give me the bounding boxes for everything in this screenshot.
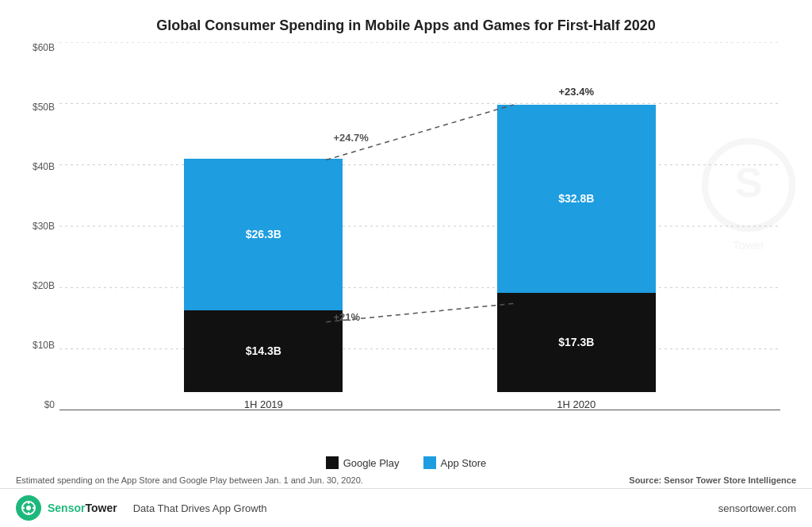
legend-googleplay-label: Google Play	[343, 457, 400, 469]
bar-2019-label: 1H 2019	[244, 398, 283, 410]
legend-appstore: App Store	[423, 456, 487, 469]
bar-2019-appstore-value: $26.3B	[246, 228, 282, 240]
legend-appstore-label: App Store	[441, 457, 487, 469]
plot-area: $26.3B $14.3B 1H 2019 +23.4%	[59, 42, 780, 450]
logo-icon	[16, 495, 41, 521]
bars-wrapper: $26.3B $14.3B 1H 2019 +23.4%	[59, 42, 780, 410]
bar-2020-label: 1H 2020	[557, 398, 596, 410]
chart-title: Global Consumer Spending in Mobile Apps …	[0, 0, 812, 42]
growth-googleplay: +21%	[333, 311, 360, 323]
bar-2020-top-label: +23.4%	[497, 86, 656, 98]
y-label-20b: $20B	[33, 280, 55, 291]
y-label-10b: $10B	[33, 340, 55, 351]
bar-2020-googleplay: $17.3B	[497, 293, 656, 392]
bar-2020: +23.4% $32.8B $17.3B	[497, 105, 656, 392]
bar-group-2020: +23.4% $32.8B $17.3B 1H 2020	[497, 105, 656, 410]
bar-2020-appstore: $32.8B	[497, 105, 656, 293]
footer-bar: SensorTower Data That Drives App Growth …	[0, 488, 812, 527]
bar-2019-googleplay-value: $14.3B	[246, 344, 282, 357]
legend-appstore-color	[423, 456, 436, 469]
bar-2020-appstore-value: $32.8B	[558, 192, 594, 205]
y-axis: $60B $50B $40B $30B $20B $10B $0	[16, 42, 59, 410]
bar-2020-googleplay-value: $17.3B	[558, 336, 594, 348]
chart-container: Global Consumer Spending in Mobile Apps …	[0, 0, 812, 527]
logo-text: SensorTower	[48, 502, 117, 514]
bar-2019-googleplay: $14.3B	[184, 310, 343, 392]
y-label-60b: $60B	[33, 42, 55, 53]
y-label-50b: $50B	[33, 102, 55, 113]
y-label-0: $0	[44, 399, 55, 410]
bar-group-2019: $26.3B $14.3B 1H 2019	[184, 159, 343, 410]
svg-point-12	[26, 506, 31, 510]
footnote-area: Estimated spending on the App Store and …	[0, 472, 812, 488]
website: sensortower.com	[718, 502, 796, 514]
y-label-40b: $40B	[33, 161, 55, 172]
bar-2019-appstore: $26.3B	[184, 159, 343, 310]
footnote-text: Estimated spending on the App Store and …	[16, 475, 363, 485]
legend-googleplay-color	[326, 456, 339, 469]
legend-googleplay: Google Play	[326, 456, 400, 469]
sensortower-logo: SensorTower	[16, 495, 117, 521]
growth-appstore: +24.7%	[333, 132, 368, 144]
bar-2019: $26.3B $14.3B	[184, 159, 343, 392]
source-text: Source: Sensor Tower Store Intelligence	[629, 475, 796, 485]
legend: Google Play App Store	[0, 450, 812, 469]
y-label-30b: $30B	[33, 221, 55, 232]
tagline: Data That Drives App Growth	[133, 502, 267, 514]
